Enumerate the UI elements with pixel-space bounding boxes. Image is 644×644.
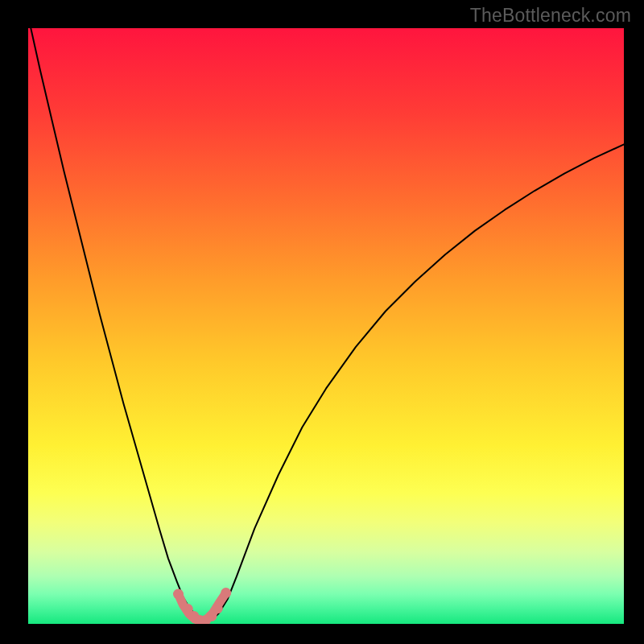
watermark-text: TheBottleneck.com xyxy=(470,5,631,27)
chart-svg xyxy=(28,28,624,624)
gradient-background xyxy=(28,28,624,624)
plot-area xyxy=(28,28,624,624)
chart-frame: TheBottleneck.com xyxy=(0,0,644,644)
